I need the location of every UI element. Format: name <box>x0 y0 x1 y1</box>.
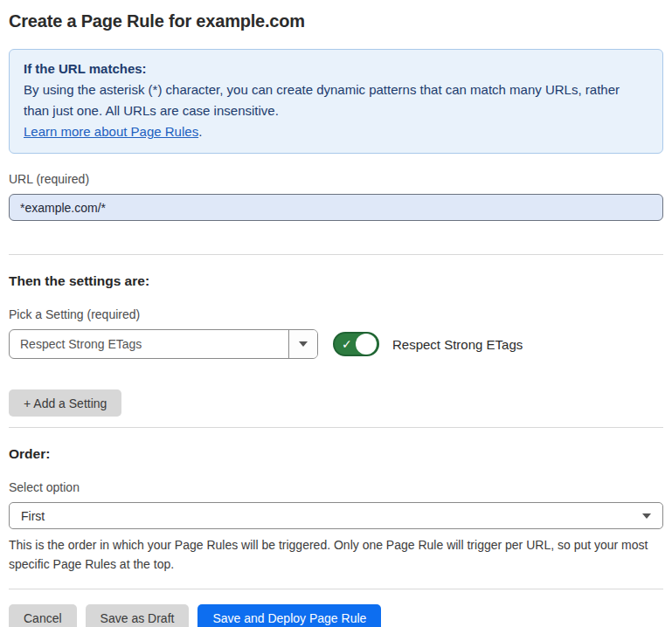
toggle-label: Respect Strong ETags <box>392 337 523 352</box>
chevron-down-icon <box>299 341 308 347</box>
settings-section-heading: Then the settings are: <box>9 272 663 289</box>
url-match-info-box: If the URL matches: By using the asteris… <box>9 49 663 154</box>
info-box-body: By using the asterisk (*) character, you… <box>24 79 648 121</box>
url-field-label: URL (required) <box>9 172 663 187</box>
toggle-knob <box>356 334 377 355</box>
footer-actions: Cancel Save as Draft Save and Deploy Pag… <box>9 604 663 627</box>
setting-select[interactable]: Respect Strong ETags <box>9 329 318 359</box>
create-page-rule-form: Create a Page Rule for example.com If th… <box>0 0 672 627</box>
link-period: . <box>198 124 202 139</box>
page-title: Create a Page Rule for example.com <box>9 10 663 31</box>
respect-strong-etags-toggle[interactable]: ✓ <box>333 332 379 356</box>
divider <box>9 254 663 255</box>
order-select[interactable]: First <box>9 502 663 529</box>
order-section-heading: Order: <box>9 445 663 462</box>
order-select-label: Select option <box>9 480 663 495</box>
divider <box>9 427 663 428</box>
save-draft-button[interactable]: Save as Draft <box>86 604 190 627</box>
divider <box>9 589 663 589</box>
info-link-line: Learn more about Page Rules. <box>24 124 202 139</box>
info-box-heading: If the URL matches: <box>24 59 648 79</box>
chevron-down-icon <box>642 513 651 519</box>
add-setting-button[interactable]: + Add a Setting <box>9 389 121 417</box>
pick-setting-label: Pick a Setting (required) <box>9 307 663 322</box>
check-icon: ✓ <box>342 338 352 350</box>
save-deploy-button[interactable]: Save and Deploy Page Rule <box>197 604 381 627</box>
setting-row: Respect Strong ETags ✓ Respect Strong ET… <box>9 329 663 359</box>
order-help-text: This is the order in which your Page Rul… <box>9 535 660 574</box>
url-input[interactable] <box>9 194 663 221</box>
setting-select-caret-button[interactable] <box>288 330 317 358</box>
order-select-value: First <box>21 509 642 523</box>
cancel-button[interactable]: Cancel <box>9 604 77 627</box>
setting-select-value: Respect Strong ETags <box>10 330 288 358</box>
learn-more-link[interactable]: Learn more about Page Rules <box>24 124 198 139</box>
